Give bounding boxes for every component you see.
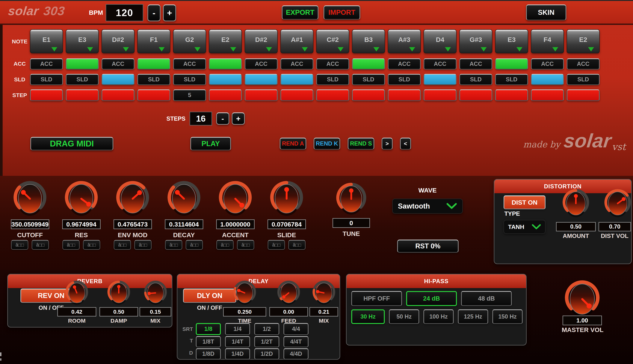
slide-step-button[interactable]: SLD	[30, 74, 63, 85]
master-volume-value[interactable]: 1.00	[563, 316, 602, 325]
note-step-button[interactable]: A#3	[388, 29, 421, 53]
knob[interactable]	[115, 180, 150, 217]
knob-min-button[interactable]: â□□	[165, 240, 182, 250]
knob-value[interactable]: 0.4765473	[114, 220, 152, 229]
accent-step-button[interactable]: ACC	[388, 58, 421, 70]
knob[interactable]	[166, 180, 201, 217]
note-step-button[interactable]: E2	[209, 29, 242, 53]
step-toggle-button[interactable]	[424, 90, 457, 101]
accent-step-button[interactable]: ACC	[173, 58, 206, 70]
accent-step-button[interactable]: ACC	[102, 58, 134, 70]
steps-value[interactable]: 16	[189, 112, 212, 126]
wave-select[interactable]: Sawtooth	[392, 199, 463, 214]
drag-midi-button[interactable]: DRAG MIDI	[30, 137, 113, 150]
accent-step-button[interactable]: ACC	[567, 58, 600, 70]
step-toggle-button[interactable]	[280, 90, 313, 101]
fx-knob-value[interactable]: 0.42	[57, 307, 96, 316]
slide-step-button[interactable]: SLD	[173, 74, 206, 85]
fx-knob-value[interactable]: 0.21	[309, 307, 338, 316]
knob-max-button[interactable]: â□□	[83, 240, 100, 250]
hipass-freq-button[interactable]: 50 Hz	[389, 310, 419, 324]
delay-sync-button[interactable]: 1/4D	[225, 348, 250, 360]
note-step-button[interactable]: D#2	[102, 29, 134, 53]
hipass-freq-button[interactable]: 125 Hz	[458, 310, 488, 324]
step-toggle-button[interactable]	[495, 90, 528, 101]
slide-step-button[interactable]	[424, 74, 457, 85]
accent-step-button[interactable]: ACC	[245, 58, 278, 70]
slide-step-button[interactable]: SLD	[388, 74, 421, 85]
tune-knob[interactable]	[335, 182, 367, 216]
note-step-button[interactable]: F4	[531, 29, 564, 53]
delay-sync-button[interactable]: 1/8D	[196, 348, 221, 360]
knob-min-button[interactable]: â□□	[268, 240, 285, 250]
distortion-amount-knob[interactable]	[562, 188, 590, 218]
distortion-on-button[interactable]: DIST ON	[504, 196, 545, 209]
slide-step-button[interactable]: SLD	[352, 74, 385, 85]
accent-step-button[interactable]	[352, 58, 385, 70]
accent-step-button[interactable]: ACC	[531, 58, 564, 70]
knob-max-button[interactable]: â□□	[32, 240, 49, 250]
master-volume-knob[interactable]	[564, 280, 601, 318]
tune-value[interactable]: 0	[332, 218, 370, 228]
slide-step-button[interactable]: SLD	[567, 74, 600, 85]
fx-knob[interactable]	[65, 280, 89, 306]
steps-increment-button[interactable]: +	[232, 112, 245, 125]
knob-value[interactable]: 350.0509949	[11, 220, 49, 229]
fx-knob[interactable]	[312, 280, 336, 306]
knob-value[interactable]: 0.0706784	[268, 220, 306, 229]
knob-min-button[interactable]: â□□	[216, 240, 234, 250]
note-step-button[interactable]: D4	[424, 29, 457, 53]
delay-sync-button[interactable]: 1/2D	[254, 348, 279, 360]
knob[interactable]	[218, 180, 253, 217]
note-step-button[interactable]: D#2	[245, 29, 278, 53]
reset-button[interactable]: RST 0%	[397, 240, 459, 253]
fx-knob[interactable]	[233, 280, 257, 306]
delay-sync-button[interactable]: 1/4T	[225, 336, 250, 347]
hipass-freq-button[interactable]: 30 Hz	[351, 310, 385, 324]
render-stems-button[interactable]: REND S	[348, 138, 374, 150]
step-toggle-button[interactable]	[567, 90, 600, 101]
bpm-value[interactable]: 120	[106, 4, 143, 21]
note-step-button[interactable]: G#3	[459, 29, 492, 53]
skin-button[interactable]: SKIN	[526, 4, 566, 20]
knob-value[interactable]: 1.0000000	[216, 220, 255, 229]
step-toggle-button[interactable]	[388, 90, 421, 101]
slide-step-button[interactable]: SLD	[137, 74, 170, 85]
accent-step-button[interactable]: ACC	[280, 58, 313, 70]
note-step-button[interactable]: C#2	[316, 29, 349, 53]
fx-knob[interactable]	[107, 280, 131, 306]
step-toggle-button[interactable]: 5	[173, 90, 206, 101]
play-button[interactable]: PLAY	[190, 137, 231, 150]
accent-step-button[interactable]	[495, 58, 528, 70]
step-toggle-button[interactable]	[316, 90, 349, 101]
note-step-button[interactable]: B3	[352, 29, 385, 53]
delay-sync-button[interactable]: 1/8	[196, 323, 221, 335]
delay-sync-button[interactable]: 1/8T	[196, 336, 221, 347]
knob-min-button[interactable]: â□□	[11, 240, 28, 250]
hipass-freq-button[interactable]: 100 Hz	[423, 310, 454, 324]
bpm-decrement-button[interactable]: -	[147, 4, 160, 21]
note-step-button[interactable]: E2	[567, 29, 600, 53]
slide-step-button[interactable]	[531, 74, 564, 85]
accent-step-button[interactable]: ACC	[316, 58, 349, 70]
distortion-type-select[interactable]: TANH	[504, 220, 545, 234]
accent-step-button[interactable]	[209, 58, 242, 70]
slide-step-button[interactable]	[102, 74, 134, 85]
slide-step-button[interactable]	[209, 74, 242, 85]
accent-step-button[interactable]	[137, 58, 170, 70]
knob-max-button[interactable]: â□□	[237, 240, 254, 250]
note-step-button[interactable]: E3	[66, 29, 99, 53]
fx-knob[interactable]	[143, 280, 167, 306]
fx-knob-value[interactable]: 0.250	[223, 307, 266, 316]
knob-min-button[interactable]: â□□	[62, 240, 80, 250]
distortion-volume-knob[interactable]	[603, 188, 632, 218]
step-toggle-button[interactable]	[352, 90, 385, 101]
prev-pattern-button[interactable]: <	[400, 138, 411, 150]
slide-step-button[interactable]: SLD	[459, 74, 492, 85]
step-toggle-button[interactable]	[209, 90, 242, 101]
next-pattern-button[interactable]: >	[382, 138, 393, 150]
step-toggle-button[interactable]	[531, 90, 564, 101]
step-toggle-button[interactable]	[459, 90, 492, 101]
fx-knob-value[interactable]: 0.50	[99, 307, 138, 316]
delay-sync-button[interactable]: 4/4	[283, 323, 309, 335]
